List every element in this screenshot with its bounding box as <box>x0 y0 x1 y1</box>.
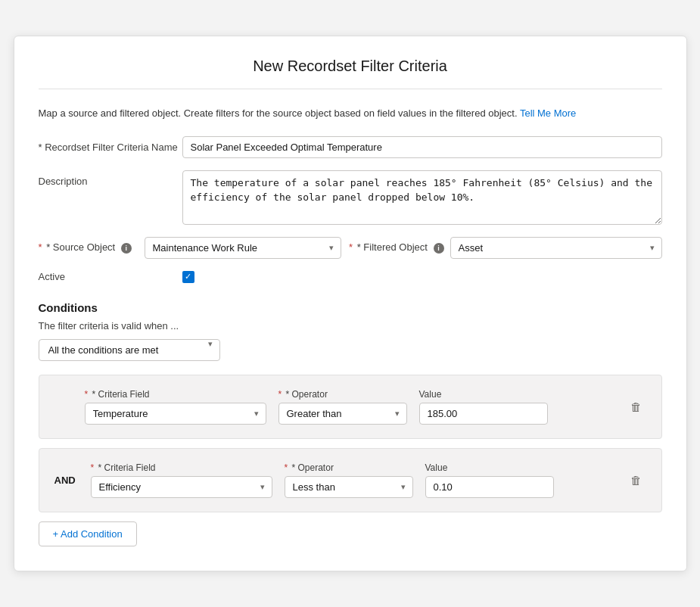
modal-title: New Recordset Filter Criteria <box>39 58 662 89</box>
tell-me-more-link[interactable]: Tell Me More <box>520 107 576 119</box>
description-textarea[interactable]: The temperature of a solar panel reaches… <box>182 170 662 225</box>
source-filtered-row: * * Source Object i Maintenance Work Rul… <box>39 237 662 259</box>
required-star: * <box>39 241 42 253</box>
condition-2-operator-label: * * Operator <box>285 462 413 473</box>
add-condition-button[interactable]: + Add Condition <box>39 521 137 546</box>
condition-1-trash-icon: 🗑 <box>630 400 642 413</box>
filtered-required-star: * <box>349 241 353 253</box>
name-label: * Recordset Filter Criteria Name <box>39 136 182 153</box>
condition-2-operator-group: * * Operator Less than Greater than Equa… <box>285 462 413 498</box>
condition-2-and-label: AND <box>54 475 82 486</box>
condition-1-operator-label: * * Operator <box>278 389 407 400</box>
source-object-label: * * Source Object i <box>39 241 145 254</box>
active-label: Active <box>39 271 182 282</box>
condition-2-criteria-select[interactable]: Efficiency <box>91 476 272 498</box>
filtered-object-label: * * Filtered Object i <box>349 241 444 254</box>
condition-2-value-group: Value <box>425 462 554 498</box>
filtered-object-info-icon[interactable]: i <box>434 243 444 254</box>
condition-row-1: * * Criteria Field Temperature ▾ * * Ope… <box>39 375 662 439</box>
condition-1-operator-select[interactable]: Greater than Less than Equals <box>278 403 407 425</box>
condition-1-value-group: Value <box>419 389 548 425</box>
condition-1-fields: * * Criteria Field Temperature ▾ * * Ope… <box>85 389 617 425</box>
source-object-select-wrapper: Maintenance Work Rule ▾ <box>145 237 341 259</box>
condition-2-trash-icon: 🗑 <box>630 474 642 487</box>
condition-2-value-input[interactable] <box>425 476 554 498</box>
condition-1-value-input[interactable] <box>419 403 548 425</box>
condition-1-criteria-select-wrapper: Temperature ▾ <box>85 403 266 425</box>
condition-2-criteria-label: * * Criteria Field <box>91 462 272 473</box>
condition-2-fields: * * Criteria Field Efficiency ▾ * * Oper… <box>91 462 617 498</box>
condition-1-criteria-label: * * Criteria Field <box>85 389 266 400</box>
filter-condition-select[interactable]: All the conditions are met Any the condi… <box>39 339 220 361</box>
modal-container: New Recordset Filter Criteria Map a sour… <box>14 36 687 571</box>
condition-2-delete-button[interactable]: 🗑 <box>626 469 646 491</box>
name-input[interactable] <box>182 136 662 158</box>
condition-1-delete-button[interactable]: 🗑 <box>626 396 646 418</box>
condition-2-criteria-group: * * Criteria Field Efficiency ▾ <box>91 462 272 498</box>
filter-condition-dropdown-row: All the conditions are met Any the condi… <box>39 339 662 361</box>
checkbox-check-icon: ✓ <box>185 272 191 281</box>
active-checkbox[interactable]: ✓ <box>182 271 194 283</box>
description-field-row: Description The temperature of a solar p… <box>39 170 662 225</box>
filtered-object-select[interactable]: Asset <box>450 237 662 259</box>
condition-row-2: AND * * Criteria Field Efficiency ▾ <box>39 448 662 512</box>
source-object-info-icon[interactable]: i <box>121 243 132 254</box>
condition-1-operator-select-wrapper: Greater than Less than Equals ▾ <box>278 403 407 425</box>
condition-2-operator-select-wrapper: Less than Greater than Equals ▾ <box>285 476 413 498</box>
header-description: Map a source and filtered object. Create… <box>39 106 662 121</box>
active-checkbox-container: ✓ <box>182 271 194 283</box>
filtered-object-select-wrapper: Asset ▾ <box>450 237 662 259</box>
condition-2-operator-select[interactable]: Less than Greater than Equals <box>285 476 413 498</box>
filter-condition-select-wrapper: All the conditions are met Any the condi… <box>39 339 220 361</box>
add-condition-label: + Add Condition <box>53 528 123 540</box>
condition-1-operator-group: * * Operator Greater than Less than Equa… <box>278 389 407 425</box>
description-label: Description <box>39 170 182 187</box>
conditions-title: Conditions <box>39 301 662 314</box>
condition-1-criteria-group: * * Criteria Field Temperature ▾ <box>85 389 266 425</box>
source-object-select[interactable]: Maintenance Work Rule <box>145 237 341 259</box>
conditions-subtitle: The filter criteria is valid when ... <box>39 320 662 332</box>
conditions-section: Conditions The filter criteria is valid … <box>39 301 662 546</box>
condition-2-criteria-select-wrapper: Efficiency ▾ <box>91 476 272 498</box>
active-row: Active ✓ <box>39 271 662 283</box>
condition-2-value-label: Value <box>425 462 554 473</box>
condition-1-value-label: Value <box>419 389 548 400</box>
condition-1-criteria-select[interactable]: Temperature <box>85 403 266 425</box>
name-field-row: * Recordset Filter Criteria Name <box>39 136 662 158</box>
